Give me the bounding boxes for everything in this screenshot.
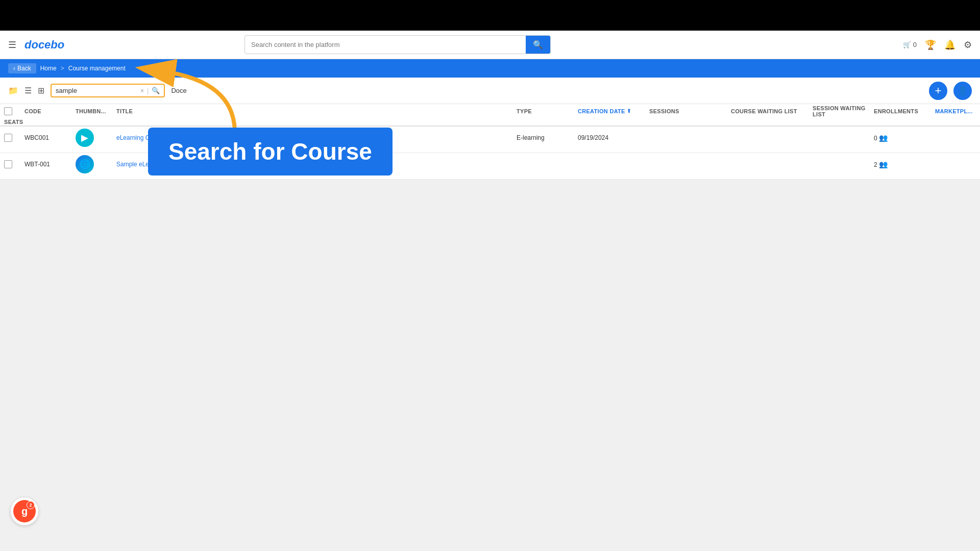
col-title: TITLE [116, 108, 517, 114]
row2-thumbnail: 🌐 [76, 155, 116, 173]
row2-title[interactable]: Sample eLear... [116, 161, 517, 168]
row2-enrollments: 2 👥 [874, 160, 935, 168]
row2-checkbox[interactable] [4, 160, 12, 168]
table-row: WBC001 ▶ eLearning Course Sample E-learn… [0, 127, 980, 153]
breadcrumb-current: Course management [68, 65, 126, 72]
row1-type: E-learning [517, 134, 578, 141]
row1-thumbnail: ▶ [76, 129, 116, 147]
global-search-bar: 🔍 [244, 35, 551, 54]
row1-title[interactable]: eLearning Course Sample [116, 134, 517, 141]
table-header: CODE THUMBN... TITLE TYPE CREATION DATE … [0, 104, 980, 127]
breadcrumb-bar: ‹ Back Home > Course management [0, 59, 980, 78]
filter-icon[interactable]: ☰ [24, 86, 32, 95]
g2-badge[interactable]: g 2 [10, 497, 39, 525]
row1-enroll-icon: 👥 [879, 134, 888, 142]
grid-view-icon[interactable]: ⊞ [38, 86, 44, 95]
g2-inner: g 2 [13, 500, 36, 522]
global-search-button[interactable]: 🔍 [526, 36, 550, 54]
row2-thumbnail-img: 🌐 [76, 155, 94, 173]
row2-select [4, 160, 24, 168]
sort-icon: ⬆ [627, 108, 631, 114]
col-marketplace: MARKETPL... [935, 108, 976, 114]
toolbar: 📁 ☰ ⊞ × | 🔍 Doce + 👤 [0, 78, 980, 104]
col-select [4, 107, 24, 115]
settings-icon[interactable]: ⚙ [964, 39, 972, 51]
folder-icon[interactable]: 📁 [8, 86, 18, 95]
col-sessions: SESSIONS [649, 108, 731, 114]
breadcrumb-separator: > [61, 65, 64, 72]
col-code: CODE [24, 108, 76, 114]
select-all-checkbox[interactable] [4, 107, 12, 115]
back-button[interactable]: ‹ Back [8, 63, 36, 73]
g2-superscript: 2 [27, 501, 35, 509]
breadcrumb-home[interactable]: Home [40, 65, 57, 72]
row2-enroll-icon: 👥 [879, 160, 888, 168]
col-created-date[interactable]: CREATION DATE ⬆ [578, 108, 649, 114]
add-button[interactable]: + [929, 82, 947, 100]
row1-enrollments: 0 👥 [874, 134, 935, 142]
main-content: CODE THUMBN... TITLE TYPE CREATION DATE … [0, 104, 980, 551]
user-avatar[interactable]: 👤 [953, 82, 972, 100]
course-search-field: × | 🔍 [51, 84, 165, 97]
col-course-waiting: COURSE WAITING LIST [731, 108, 813, 114]
row1-code: WBC001 [24, 134, 76, 141]
hamburger-menu-icon[interactable]: ☰ [8, 39, 16, 51]
col-session-waiting: SESSION WAITING LIST [813, 105, 874, 117]
row1-select [4, 134, 24, 142]
docebo-dropdown[interactable]: Doce [171, 87, 186, 94]
row2-code: WBT-001 [24, 161, 76, 168]
search-clear-icon[interactable]: × [140, 87, 144, 94]
course-search-input[interactable] [56, 87, 137, 94]
course-table: CODE THUMBN... TITLE TYPE CREATION DATE … [0, 104, 980, 180]
col-seats: SEATS [4, 119, 24, 125]
col-type: TYPE [517, 108, 578, 114]
global-search-input[interactable] [245, 37, 526, 53]
row1-checkbox[interactable] [4, 134, 12, 142]
row1-thumbnail-img: ▶ [76, 129, 94, 147]
cart-icon[interactable]: 🛒 0 [903, 41, 917, 48]
back-arrow-icon: ‹ [13, 65, 15, 72]
search-separator: | [147, 87, 149, 94]
search-submit-icon[interactable]: 🔍 [152, 87, 160, 94]
col-thumbnail: THUMBN... [76, 108, 116, 114]
row1-created-date: 09/19/2024 [578, 134, 649, 141]
docebo-logo: docebo [24, 38, 64, 52]
col-enrollments: ENROLLMENTS [874, 108, 935, 114]
trophy-icon[interactable]: 🏆 [925, 39, 936, 51]
table-row: WBT-001 🌐 Sample eLear... 2 👥 [0, 153, 980, 180]
bell-icon[interactable]: 🔔 [944, 39, 955, 51]
